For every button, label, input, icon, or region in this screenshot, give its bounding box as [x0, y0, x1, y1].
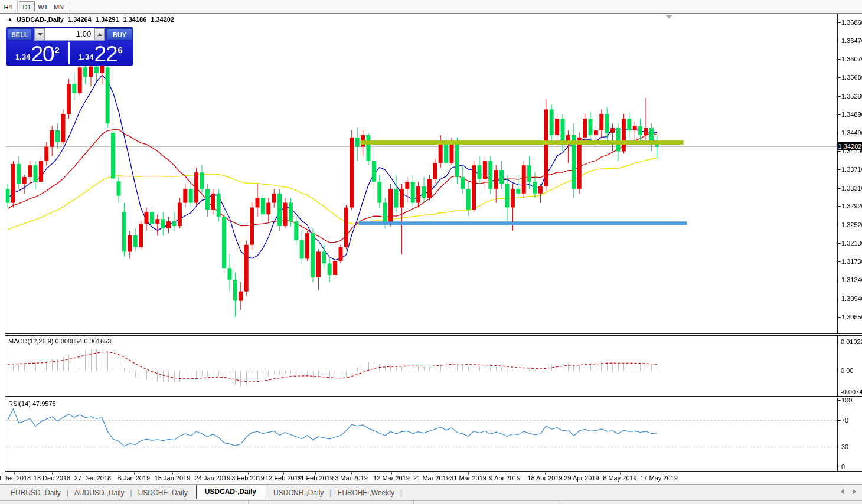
- tab-eurusd-daily[interactable]: EURUSD-,Daily: [5, 486, 67, 500]
- collapse-panel-icon[interactable]: ▲: [8, 17, 12, 22]
- tab-scroll-right-icon[interactable]: [853, 489, 856, 495]
- price-axis-label: 1.30550: [841, 313, 862, 320]
- price-axis-label: 1.33310: [841, 185, 862, 192]
- ohlc-close: 1.34202: [151, 16, 174, 23]
- price-axis-label: 1.34490: [841, 129, 862, 136]
- tab-audusd-daily[interactable]: AUDUSD-,Daily: [68, 486, 130, 500]
- tab-scroll-left-icon[interactable]: [841, 489, 844, 495]
- rsi-axis-label: 0: [841, 463, 845, 470]
- macd-axis-label: 0.010229: [841, 338, 862, 345]
- chart-shift-icon[interactable]: [665, 15, 672, 19]
- macd-axis-label: 0.00: [841, 367, 853, 374]
- tab-usdcnh-daily[interactable]: USDCNH-,Daily: [267, 486, 329, 500]
- strip-divider: [561, 501, 561, 504]
- macd-label: MACD(12,26,9) 0.000854 0.001653: [8, 338, 111, 345]
- symbol-tab-bar: EURUSD-,Daily|AUDUSD-,Daily|USDCHF-,Dail…: [0, 484, 862, 500]
- price-axis-label: 1.32520: [841, 221, 862, 228]
- rsi-axis-label: 100: [841, 397, 852, 404]
- strip-divider: [248, 501, 249, 504]
- ohlc-high: 1.34291: [96, 16, 119, 23]
- arrow-up-icon: [97, 33, 102, 36]
- price-axis-label: 1.35680: [841, 74, 862, 81]
- price-axis-label: 1.36470: [841, 37, 862, 44]
- price-axis-label: 1.36860: [841, 19, 862, 26]
- buy-price-big: 22: [94, 44, 117, 64]
- ohlc-low: 1.34186: [123, 16, 147, 23]
- tab-separator: |: [400, 489, 402, 497]
- price-axis-label: 1.30940: [841, 295, 862, 302]
- price-axis-label: 1.36070: [841, 55, 862, 63]
- buy-price-quote[interactable]: 1.34 22 6: [70, 42, 132, 64]
- rsi-axis-label: 30: [841, 443, 848, 450]
- strip-divider: [83, 501, 83, 504]
- sell-button[interactable]: SELL: [8, 28, 32, 40]
- buy-price-small: 1.34: [79, 53, 93, 61]
- price-axis-label: 1.33710: [841, 166, 862, 173]
- price-axis-label: 1.35280: [841, 93, 862, 100]
- price-axis-label: 1.32130: [841, 240, 862, 247]
- tab-usdcad-daily[interactable]: USDCAD-,Daily: [196, 485, 265, 499]
- price-axis-label: 1.31340: [841, 276, 862, 283]
- volume-increase-button[interactable]: [94, 28, 105, 40]
- price-axis-label: 1.32920: [841, 202, 862, 210]
- chart-header: ▲ USDCAD-,Daily 1.34264 1.34291 1.34186 …: [8, 16, 174, 23]
- buy-price-pip: 6: [118, 45, 123, 55]
- sell-price-pip: 2: [55, 45, 60, 55]
- price-axis-label: 1.31730: [841, 258, 862, 265]
- ohlc-open: 1.34264: [68, 16, 92, 23]
- volume-spinner: 1.00: [34, 28, 105, 41]
- volume-input[interactable]: 1.00: [45, 28, 94, 40]
- strip-divider: [413, 501, 414, 504]
- rsi-label: RSI(14) 47.9575: [8, 400, 56, 407]
- chart-canvas[interactable]: [0, 0, 862, 504]
- buy-button[interactable]: BUY: [106, 28, 133, 40]
- chart-title: USDCAD-,Daily: [17, 16, 64, 23]
- rsi-axis-label: 70: [841, 417, 848, 424]
- sell-price-small: 1.34: [15, 53, 30, 61]
- status-strip: [0, 500, 862, 504]
- tab-usdchf-daily[interactable]: USDCHF-,Daily: [132, 486, 194, 500]
- sell-price-quote[interactable]: 1.34 20 2: [6, 42, 70, 64]
- volume-decrease-button[interactable]: [35, 28, 45, 40]
- one-click-trading-panel: SELL 1.00 BUY 1.34 20 2 1.34 22 6: [6, 27, 133, 66]
- price-axis-label: 1.34890: [841, 111, 862, 118]
- current-price-badge: 1.34202: [838, 142, 862, 150]
- arrow-down-icon: [38, 33, 43, 36]
- sell-price-big: 20: [31, 44, 54, 64]
- macd-axis-label: -0.007477: [841, 388, 862, 395]
- tab-eurchf-weekly[interactable]: EURCHF-,Weekly: [331, 486, 400, 500]
- date-axis-label: 17 May 2019: [634, 474, 684, 482]
